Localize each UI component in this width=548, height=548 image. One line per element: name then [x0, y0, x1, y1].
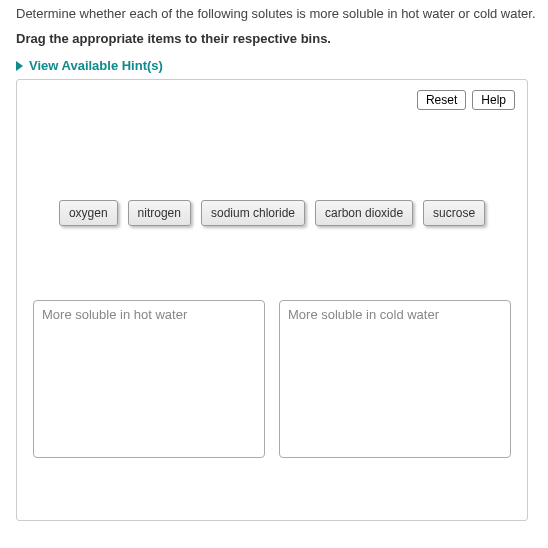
activity-panel: Reset Help oxygen nitrogen sodium chlori… [16, 79, 528, 521]
chip-nitrogen[interactable]: nitrogen [128, 200, 191, 226]
bins-row: More soluble in hot water More soluble i… [29, 300, 515, 458]
chip-carbon-dioxide[interactable]: carbon dioxide [315, 200, 413, 226]
panel-toolbar: Reset Help [29, 90, 515, 110]
bin-title: More soluble in cold water [288, 307, 502, 322]
reset-button[interactable]: Reset [417, 90, 466, 110]
draggable-chips-row: oxygen nitrogen sodium chloride carbon d… [29, 200, 515, 226]
help-button[interactable]: Help [472, 90, 515, 110]
chip-oxygen[interactable]: oxygen [59, 200, 118, 226]
question-text: Determine whether each of the following … [16, 6, 548, 21]
bin-hot-water[interactable]: More soluble in hot water [33, 300, 265, 458]
bin-cold-water[interactable]: More soluble in cold water [279, 300, 511, 458]
chip-sucrose[interactable]: sucrose [423, 200, 485, 226]
chevron-right-icon [16, 61, 23, 71]
bin-title: More soluble in hot water [42, 307, 256, 322]
instruction-text: Drag the appropriate items to their resp… [16, 31, 548, 46]
hints-label: View Available Hint(s) [29, 58, 163, 73]
chip-sodium-chloride[interactable]: sodium chloride [201, 200, 305, 226]
view-hints-toggle[interactable]: View Available Hint(s) [16, 58, 163, 73]
